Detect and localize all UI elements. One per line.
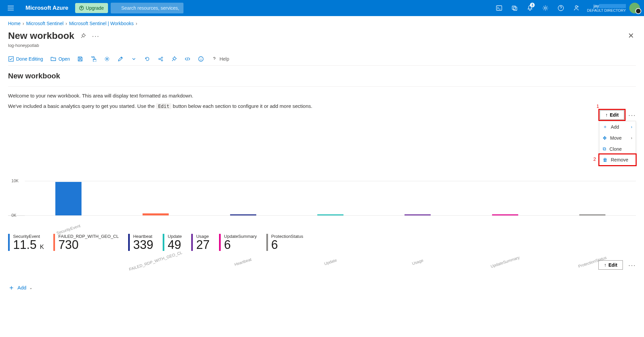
pin-button[interactable] (171, 56, 177, 62)
metric-tile[interactable]: ProtectionStatus6 (266, 234, 303, 251)
plus-icon: ＋ (603, 124, 607, 130)
metric-tile[interactable]: Heartbeat339 (128, 234, 153, 251)
context-move[interactable]: ✥ Move › (599, 133, 636, 143)
svg-rect-8 (9, 57, 13, 61)
metric-tile[interactable]: SecurityEvent11.5 K (8, 234, 44, 251)
up-arrow-icon: ↑ (604, 262, 606, 268)
bar[interactable] (579, 214, 605, 215)
menu-icon[interactable] (3, 0, 19, 16)
save-as-icon (91, 56, 97, 62)
bar[interactable] (405, 214, 431, 215)
up-arrow-icon: ↑ (605, 112, 608, 118)
svg-point-13 (199, 57, 203, 61)
notification-badge: 3 (530, 3, 535, 7)
more-icon[interactable]: ··· (92, 32, 100, 40)
bar-column: ProtectionStatus (549, 214, 636, 215)
user-directory: DEFAULT DIRECTORY (587, 8, 626, 13)
page-title: New workbook (8, 30, 74, 41)
notifications-icon[interactable]: 3 (523, 0, 537, 16)
open-label: Open (58, 56, 70, 62)
workbook-toolbar: Done Editing Open (8, 51, 636, 66)
bar-column: FAILED_RDP_WITH_GEO_CL (112, 213, 199, 215)
tile-stripe (53, 234, 55, 251)
feedback-icon[interactable] (569, 0, 584, 16)
section-more-icon-2[interactable]: ··· (628, 261, 636, 269)
chevron-right-icon: › (65, 21, 67, 26)
bar[interactable] (492, 214, 518, 215)
edit-button[interactable] (117, 56, 123, 62)
save-button[interactable] (77, 56, 83, 62)
settings-button[interactable] (104, 56, 110, 62)
directories-icon[interactable] (507, 0, 522, 16)
user-block[interactable]: jay DEFAULT DIRECTORY (584, 3, 629, 13)
title-bar: New workbook ··· ✕ (8, 29, 636, 42)
metric-tile[interactable]: UpdateSummary6 (219, 234, 257, 251)
upgrade-label: Upgrade (86, 5, 104, 11)
refresh-icon (144, 56, 150, 62)
tile-stripe (266, 234, 268, 251)
metric-tile[interactable]: Usage27 (191, 234, 210, 251)
context-clone[interactable]: ⧉ Clone (599, 143, 636, 154)
gear-icon (104, 56, 110, 62)
tile-value: 6 (271, 239, 303, 251)
svg-point-5 (544, 7, 546, 9)
emoji-button[interactable] (198, 56, 204, 62)
bar[interactable] (230, 214, 256, 215)
top-bar: Microsoft Azure Upgrade 3 jay (0, 0, 644, 16)
tile-unit: K (40, 244, 44, 250)
tile-stripe (8, 234, 10, 251)
add-label: Add (17, 285, 26, 290)
help-label: Help (219, 56, 229, 62)
chevron-right-icon: › (631, 136, 632, 140)
section-more-icon[interactable]: ··· (628, 111, 636, 119)
save-icon (77, 56, 83, 62)
svg-point-14 (200, 58, 201, 59)
section-edit-button[interactable]: ↑ Edit (600, 110, 624, 120)
share-button[interactable] (158, 56, 164, 62)
edit-dropdown[interactable] (131, 56, 137, 62)
close-icon[interactable]: ✕ (626, 29, 636, 42)
metric-tile[interactable]: Update49 (163, 234, 182, 251)
settings-icon[interactable] (538, 0, 553, 16)
help-icon[interactable] (553, 0, 568, 16)
section-edit-row: ↑ Edit ··· (600, 110, 636, 120)
context-menu: ＋ Add › ✥ Move › ⧉ Clone 2 🗑 Remove (599, 121, 636, 165)
chevron-down-icon: ⌄ (29, 285, 33, 290)
refresh-button[interactable] (144, 56, 150, 62)
metric-tile[interactable]: FAILED_RDP_WITH_GEO_CL730 (53, 234, 119, 251)
search-wrap (111, 3, 325, 13)
breadcrumb-sentinel[interactable]: Microsoft Sentinel (26, 21, 63, 26)
move-icon: ✥ (603, 135, 607, 141)
save-as-button[interactable] (91, 56, 97, 62)
done-editing-icon (8, 56, 14, 62)
svg-point-12 (161, 60, 163, 61)
svg-point-11 (161, 57, 163, 58)
add-section-button[interactable]: ＋ Add ⌄ (8, 283, 636, 292)
advanced-editor-button[interactable] (184, 56, 191, 62)
brand-label[interactable]: Microsoft Azure (21, 5, 72, 11)
bar-column: UpdateSummary (461, 214, 548, 215)
bar[interactable] (143, 213, 169, 215)
tile-stripe (163, 234, 164, 251)
bar[interactable] (55, 182, 82, 215)
breadcrumb-home[interactable]: Home (8, 21, 20, 26)
edit-code-label: Edit (156, 103, 171, 109)
code-icon (184, 56, 191, 62)
search-input[interactable] (111, 3, 183, 13)
upgrade-button[interactable]: Upgrade (75, 3, 108, 13)
svg-rect-4 (514, 7, 517, 10)
breadcrumb-workbooks[interactable]: Microsoft Sentinel | Workbooks (69, 21, 133, 26)
avatar[interactable] (629, 3, 640, 13)
help-button[interactable]: Help (211, 56, 229, 62)
open-button[interactable]: Open (50, 56, 70, 62)
pin-icon[interactable] (79, 32, 87, 40)
annotation-2: 2 (593, 156, 596, 162)
cloud-shell-icon[interactable] (492, 0, 506, 16)
svg-point-9 (106, 58, 108, 60)
section-edit-button-2[interactable]: ↑ Edit (598, 260, 623, 270)
bar[interactable] (317, 214, 343, 215)
tile-value: 6 (224, 239, 257, 251)
context-add[interactable]: ＋ Add › (599, 121, 636, 133)
done-editing-button[interactable]: Done Editing (8, 56, 43, 62)
context-remove[interactable]: 🗑 Remove (599, 154, 636, 165)
